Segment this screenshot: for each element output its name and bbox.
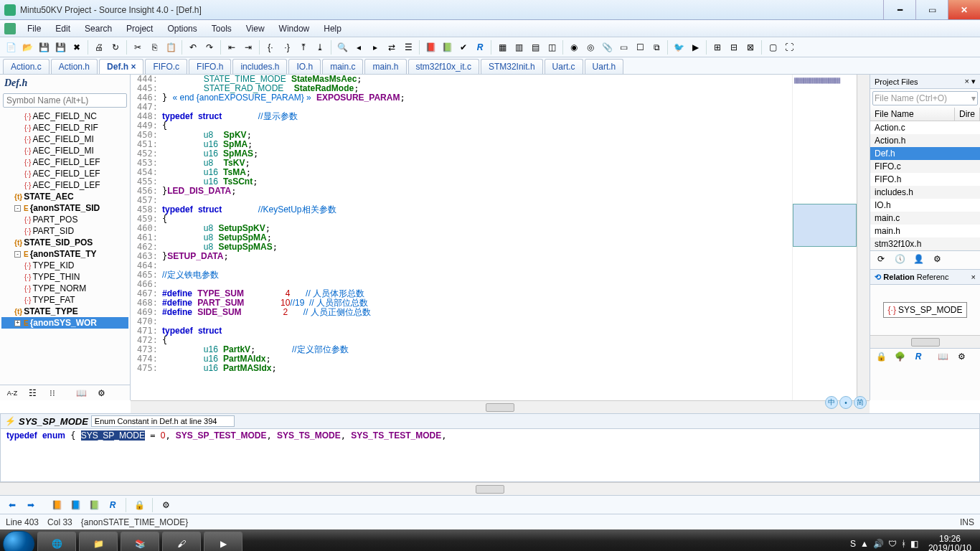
task-winrar[interactable]: 📚 [121, 532, 159, 551]
filetab-main-c[interactable]: main.c [322, 59, 363, 74]
book2-icon[interactable]: 📗 [439, 39, 455, 55]
code-editor[interactable]: 444: 445: 446: 447: 448: 449: 450: 451: … [131, 75, 870, 400]
undo-icon[interactable]: ↶ [185, 39, 201, 55]
tree-item[interactable]: -E {anonSTATE_SID [1, 202, 128, 214]
layout1-icon[interactable]: ▦ [494, 39, 510, 55]
circle2-icon[interactable]: ◎ [583, 39, 598, 55]
file-row[interactable]: Def.h [870, 147, 980, 160]
menu-help[interactable]: Help [316, 22, 349, 36]
tree-item[interactable]: {·} PART_POS [1, 214, 128, 225]
editor-hscroll[interactable] [131, 400, 870, 413]
menu-options[interactable]: Options [160, 22, 204, 36]
copy-icon[interactable]: ⎘ [146, 39, 162, 55]
tree-item[interactable]: -E {anonSTATE_TY [1, 248, 128, 260]
vertical-scrollbar[interactable] [857, 75, 870, 400]
panel-close-icon[interactable]: × ▾ [965, 77, 976, 86]
save-icon[interactable]: 💾 [36, 39, 52, 55]
file-row[interactable]: Action.c [870, 121, 980, 134]
brace-right-icon[interactable]: ·} [279, 39, 295, 55]
prj-person-icon[interactable]: 👤 [910, 251, 926, 267]
tree-item[interactable]: {·} AEC_FIELD_MI [1, 145, 128, 156]
find-prev-icon[interactable]: ◂ [351, 39, 367, 55]
tray-net-icon[interactable]: 🔊 [873, 539, 884, 549]
block-up-icon[interactable]: ⤒ [296, 39, 311, 55]
tree-item[interactable]: +E {anonSYS_WOR [1, 317, 128, 329]
menu-tools[interactable]: Tools [204, 22, 239, 36]
filetab-Action-c[interactable]: Action.c [3, 59, 50, 74]
align2-icon[interactable]: ⊟ [726, 39, 742, 55]
nav-lock-icon[interactable]: 🔒 [131, 497, 147, 513]
col-filename[interactable]: File Name [870, 108, 955, 121]
file-row[interactable]: includes.h [870, 186, 980, 199]
filetab-main-h[interactable]: main.h [364, 59, 406, 74]
tray-flag-icon[interactable]: ▲ [860, 539, 869, 549]
nav-gear-icon[interactable]: ⚙ [158, 497, 174, 513]
filetab-Action-h[interactable]: Action.h [51, 59, 98, 74]
window2-icon[interactable]: ☐ [632, 39, 648, 55]
file-row[interactable]: stm32f10x.h [870, 237, 980, 250]
layout4-icon[interactable]: ◫ [544, 39, 560, 55]
save-all-icon[interactable]: 💾 [52, 39, 68, 55]
check-icon[interactable]: ✔ [456, 39, 471, 55]
brace-left-icon[interactable]: {· [263, 39, 278, 55]
tray-ime-icon[interactable]: S [850, 539, 856, 549]
doc-icon[interactable] [4, 23, 16, 34]
filetab-STM32Init-h[interactable]: STM32Init.h [481, 59, 543, 74]
book-icon[interactable]: 📕 [423, 39, 438, 55]
window3-icon[interactable]: ⧉ [649, 39, 664, 55]
rel-r-icon[interactable]: R [910, 349, 926, 364]
paste-icon[interactable]: 📋 [163, 39, 179, 55]
relation-node[interactable]: {·} SYS_SP_MODE [883, 302, 968, 318]
file-row[interactable]: FIFO.h [870, 173, 980, 186]
relation-hscroll[interactable] [870, 335, 980, 348]
prj-gear-icon[interactable]: ⚙ [929, 251, 945, 267]
prj-sync-icon[interactable]: ⟳ [873, 251, 889, 267]
context-hscroll[interactable] [0, 482, 980, 495]
menu-project[interactable]: Project [119, 22, 160, 36]
file-filter[interactable]: File Name (Ctrl+O) ▾ [872, 91, 978, 105]
indent-right-icon[interactable]: ⇥ [240, 39, 256, 55]
task-browser[interactable]: 🌐 [37, 532, 76, 551]
filetab-IO-h[interactable]: IO.h [288, 59, 321, 74]
list-view-icon[interactable]: ⁝⁝ [44, 385, 60, 401]
sort-az-icon[interactable]: A-Z [4, 385, 20, 401]
gear-icon[interactable]: ⚙ [93, 385, 109, 401]
r-icon[interactable]: R [472, 39, 488, 55]
rel-lock-icon[interactable]: 🔒 [873, 349, 889, 364]
close-icon[interactable]: ✖ [69, 39, 85, 55]
print-icon[interactable]: 🖨 [91, 39, 107, 55]
tree-item[interactable]: {·} AEC_FIELD_LEF [1, 156, 128, 168]
minimize-button[interactable]: ━ [883, 0, 915, 19]
file-row[interactable]: FIFO.c [870, 160, 980, 173]
rel-tree-icon[interactable]: 🌳 [892, 349, 908, 364]
circle1-icon[interactable]: ◉ [566, 39, 582, 55]
tree-item[interactable]: {·} TYPE_THIN [1, 271, 128, 283]
close-button[interactable]: ✕ [948, 0, 980, 19]
search-files-icon[interactable]: ☰ [400, 39, 416, 55]
tray-bt-icon[interactable]: ᚼ [901, 539, 906, 549]
file-row[interactable]: main.c [870, 212, 980, 225]
filetab-Uart-c[interactable]: Uart.c [545, 59, 583, 74]
minimap[interactable]: ▓▓▓▓▓▓▓▓▓▓▓▓▓▓▓▓▓▓▓▓▓▓▓▓▓▓▓▓▓▓▓▓▓▓▓▓▓▓▓▓… [792, 75, 857, 400]
tree-item[interactable]: {·} AEC_FIELD_LEF [1, 168, 128, 179]
project-file-list[interactable]: File Name Dire Action.cAction.hDef.hFIFO… [870, 108, 980, 250]
nav-fwd-icon[interactable]: ➡ [23, 497, 39, 513]
context-body[interactable]: typedef enum { SYS_SP_MODE = 0, SYS_SP_T… [1, 429, 979, 442]
prj-clock-icon[interactable]: 🕔 [892, 251, 908, 267]
filetab-Uart-h[interactable]: Uart.h [585, 59, 624, 74]
nav-book1-icon[interactable]: 📙 [49, 497, 65, 513]
maximize-button[interactable]: ▭ [915, 0, 948, 19]
file-row[interactable]: IO.h [870, 199, 980, 212]
tray-vol-icon[interactable]: ◧ [910, 539, 918, 549]
window-icon[interactable]: ▭ [616, 39, 631, 55]
replace-icon[interactable]: ⇄ [384, 39, 400, 55]
tree-item[interactable]: {·} TYPE_FAT [1, 294, 128, 306]
task-explorer[interactable]: 📁 [79, 532, 118, 551]
tree-item[interactable]: {·} PART_SID [1, 225, 128, 237]
rel-book-icon[interactable]: 📖 [935, 349, 951, 364]
box-icon[interactable]: ▢ [765, 39, 781, 55]
nav-back-icon[interactable]: ⬅ [4, 497, 20, 513]
find-icon[interactable]: 🔍 [334, 39, 350, 55]
indent-left-icon[interactable]: ⇤ [224, 39, 240, 55]
ime-bubbles[interactable]: 中•简 [825, 396, 867, 409]
